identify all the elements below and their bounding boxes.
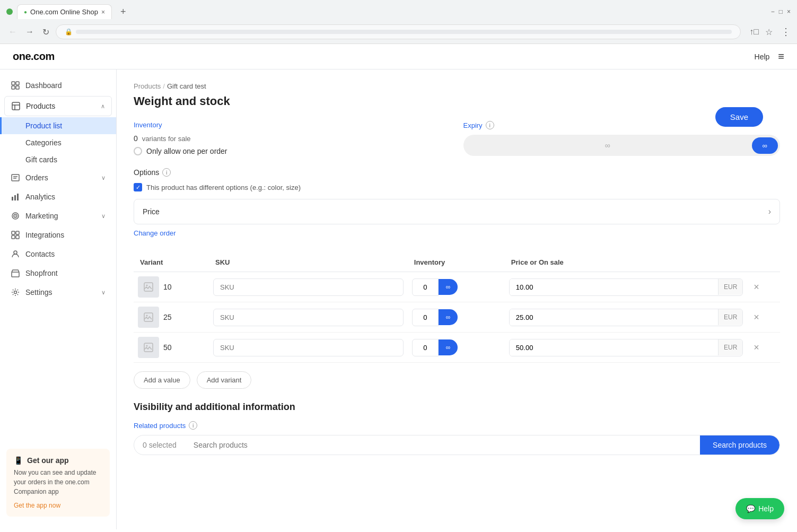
expiry-label: Expiry <box>463 121 483 129</box>
sidebar-item-label-analytics: Analytics <box>25 193 106 201</box>
inventory-input-1[interactable] <box>412 309 439 326</box>
related-info-icon[interactable]: i <box>189 421 197 430</box>
logo: one.com <box>13 50 55 63</box>
app-header: one.com Help ≡ <box>0 44 797 69</box>
options-checkbox-label: This product has different options (e.g.… <box>146 184 301 191</box>
sidebar-sub-item-gift-cards[interactable]: Gift cards <box>0 151 116 168</box>
back-button[interactable]: ← <box>6 25 19 39</box>
sidebar-item-shopfront[interactable]: Shopfront <box>0 264 116 283</box>
app-promo: 📱 Get our app Now you can see and update… <box>6 449 110 517</box>
remove-button-1[interactable]: × <box>751 310 761 325</box>
options-info-icon[interactable]: i <box>162 168 171 177</box>
inventory-input-0[interactable] <box>412 278 439 296</box>
shopfront-icon <box>11 268 20 278</box>
window-maximize[interactable]: □ <box>779 8 783 15</box>
forward-button[interactable]: → <box>23 25 36 39</box>
sidebar-item-label-settings: Settings <box>25 288 96 296</box>
settings-icon <box>11 287 20 297</box>
save-button[interactable]: Save <box>715 107 763 127</box>
col-inventory: Inventory <box>408 254 505 272</box>
svg-point-22 <box>14 291 17 294</box>
browser-tab[interactable]: ● One.com Online Shop × <box>17 4 112 19</box>
price-input-2[interactable] <box>510 339 718 356</box>
inventory-cell-0: ∞ <box>408 272 505 302</box>
help-link[interactable]: Help <box>755 53 770 61</box>
expiry-info-icon[interactable]: i <box>486 121 494 129</box>
sidebar-item-marketing[interactable]: Marketing ∨ <box>0 206 116 225</box>
sidebar-item-label-marketing: Marketing <box>25 212 96 220</box>
svg-rect-4 <box>12 102 20 110</box>
remove-cell-1: × <box>747 302 780 333</box>
sidebar-item-products[interactable]: Products ∧ <box>4 96 112 116</box>
main-layout: Dashboard Products ∧ Product list <box>0 69 797 529</box>
price-currency-1: EUR <box>718 309 742 325</box>
visibility-title: Visibility and additional information <box>134 402 780 413</box>
help-button[interactable]: 💬 Help <box>735 498 784 519</box>
variant-cell: 50 <box>134 333 209 363</box>
share-icon[interactable]: ↑□ <box>749 27 759 37</box>
variants-table: Variant SKU Inventory Price or On sale <box>134 254 780 363</box>
sidebar-item-integrations[interactable]: Integrations <box>0 225 116 245</box>
svg-rect-0 <box>12 82 15 85</box>
sku-input-1[interactable] <box>213 309 404 326</box>
related-products-label: Related products i <box>134 421 780 430</box>
window-minimize[interactable]: − <box>771 8 775 15</box>
search-products-button[interactable]: Search products <box>700 435 780 455</box>
bookmark-icon[interactable]: ☆ <box>765 27 773 37</box>
sidebar-item-analytics[interactable]: Analytics <box>0 187 116 206</box>
options-checkbox[interactable]: ✓ <box>134 183 142 191</box>
sku-input-2[interactable] <box>213 339 404 356</box>
browser-menu-icon[interactable]: ⋮ <box>781 26 791 38</box>
sidebar-sub-item-product-list[interactable]: Product list <box>0 117 116 134</box>
content-area: Products / Gift card test Weight and sto… <box>117 69 797 529</box>
sku-input-0[interactable] <box>213 278 404 296</box>
refresh-button[interactable]: ↻ <box>40 25 51 39</box>
browser-nav: ← → ↻ 🔒 ↑□ ☆ ⋮ <box>0 22 797 43</box>
price-input-1[interactable] <box>510 309 718 326</box>
inventory-toggle-button-2[interactable]: ∞ <box>439 339 458 355</box>
sidebar-item-label-dashboard: Dashboard <box>25 81 106 90</box>
sidebar-item-label-shopfront: Shopfront <box>25 269 106 277</box>
sidebar-sub-item-label-categories: Categories <box>25 138 62 147</box>
inventory-toggle-button-0[interactable]: ∞ <box>439 279 458 295</box>
search-products-input[interactable] <box>185 435 700 455</box>
new-tab-button[interactable]: + <box>116 6 130 18</box>
tab-close-icon[interactable]: × <box>101 8 105 16</box>
allow-one-radio[interactable] <box>134 147 142 155</box>
inventory-label: Inventory <box>134 121 451 129</box>
window-close[interactable]: × <box>787 8 791 15</box>
options-checkbox-row: ✓ This product has different options (e.… <box>134 183 780 191</box>
inventory-toggle-button-1[interactable]: ∞ <box>439 309 458 325</box>
remove-button-2[interactable]: × <box>751 340 761 355</box>
remove-button-0[interactable]: × <box>751 280 761 295</box>
add-variant-button[interactable]: Add variant <box>197 371 252 389</box>
get-app-link[interactable]: Get the app now <box>14 502 60 509</box>
address-bar[interactable]: 🔒 <box>56 24 741 39</box>
inventory-count: 0 <box>134 134 138 143</box>
svg-rect-21 <box>12 272 19 277</box>
expiry-toggle-button[interactable]: ∞ <box>752 137 778 154</box>
variant-name: 25 <box>163 313 172 321</box>
header-menu-icon[interactable]: ≡ <box>778 50 784 63</box>
sidebar-item-orders[interactable]: Orders ∨ <box>0 168 116 187</box>
sidebar-sub-item-categories[interactable]: Categories <box>0 134 116 151</box>
sidebar-item-contacts[interactable]: Contacts <box>0 245 116 264</box>
price-cell-1: EUR <box>505 302 748 333</box>
app: one.com Help ≡ Dashboard <box>0 44 797 529</box>
svg-rect-12 <box>17 194 19 200</box>
price-input-0[interactable] <box>510 279 718 295</box>
change-order-link[interactable]: Change order <box>134 229 176 237</box>
inventory-cell-2: ∞ <box>408 333 505 363</box>
products-chevron-icon: ∧ <box>101 103 105 110</box>
price-row[interactable]: Price › <box>134 199 780 224</box>
inventory-input-group-0: ∞ <box>412 278 501 296</box>
variants-table-header-row: Variant SKU Inventory Price or On sale <box>134 254 780 272</box>
orders-icon <box>11 173 20 182</box>
inventory-input-2[interactable] <box>412 339 439 356</box>
add-value-button[interactable]: Add a value <box>134 371 190 389</box>
svg-rect-16 <box>12 231 15 234</box>
sidebar-item-settings[interactable]: Settings ∨ <box>0 283 116 302</box>
breadcrumb-parent[interactable]: Products <box>134 82 161 90</box>
sidebar-item-dashboard[interactable]: Dashboard <box>0 76 116 95</box>
window-controls: − □ × <box>771 8 791 15</box>
